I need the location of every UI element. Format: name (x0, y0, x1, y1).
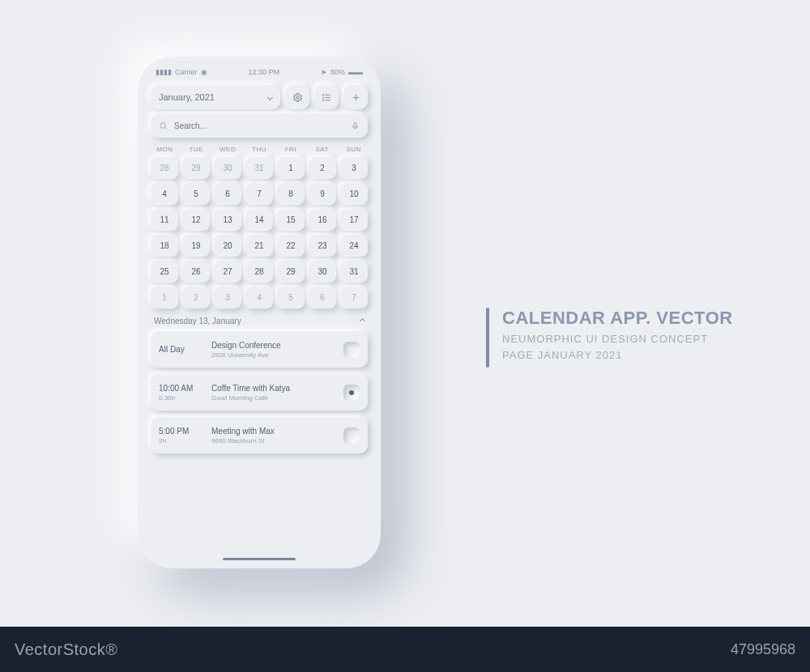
weekday-label: FRI (276, 146, 305, 153)
caption-title: CALENDAR APP. VECTOR (502, 308, 733, 329)
calendar-day[interactable]: 15 (277, 209, 305, 231)
calendar-day[interactable]: 18 (151, 235, 178, 257)
calendar-day[interactable]: 28 (151, 157, 178, 179)
event-card[interactable]: 10:00 AM0.30hCoffe Time with KatyaGood M… (151, 374, 368, 410)
calendar-day[interactable]: 12 (182, 209, 210, 231)
calendar-day[interactable]: 31 (245, 157, 273, 179)
search-field[interactable] (151, 113, 368, 138)
wifi-icon: ◉ (201, 68, 207, 76)
calendar-day[interactable]: 23 (309, 235, 336, 257)
weekday-label: TUE (182, 146, 211, 153)
weekday-label: SUN (339, 146, 368, 153)
chevron-down-icon (267, 94, 273, 100)
calendar-day[interactable]: 4 (151, 183, 178, 205)
footer-strip: VectorStock® 47995968 (0, 627, 810, 672)
calendar-day[interactable]: 29 (182, 157, 210, 179)
calendar-day[interactable]: 19 (182, 235, 210, 257)
event-title: Coffe Time with Katya (211, 384, 335, 393)
calendar-day[interactable]: 1 (277, 157, 305, 179)
calendar-day[interactable]: 1 (151, 287, 178, 308)
calendar-day[interactable]: 24 (340, 235, 368, 257)
calendar-day[interactable]: 10 (340, 183, 368, 205)
dot-icon (349, 390, 354, 395)
event-card[interactable]: All DayDesign Conference2828 University … (151, 331, 368, 368)
calendar-day[interactable]: 16 (309, 209, 336, 231)
month-select[interactable]: January, 2021 (151, 85, 280, 109)
calendar-day[interactable]: 21 (245, 235, 273, 257)
event-toggle[interactable] (343, 342, 360, 358)
event-time: 5:00 PM2h (159, 427, 203, 444)
calendar-day[interactable]: 28 (245, 261, 273, 283)
add-button[interactable] (343, 85, 368, 109)
location-icon: ➤ (321, 68, 327, 76)
event-duration: 2h (159, 437, 203, 444)
signal-icon: ▮▮▮▮ (156, 68, 172, 76)
calendar-day[interactable]: 7 (245, 183, 273, 205)
svg-rect-11 (354, 122, 356, 127)
weekday-label: SAT (308, 146, 336, 153)
event-toggle[interactable] (343, 427, 360, 444)
battery-icon: ▬▬ (348, 68, 363, 76)
watermark-label: VectorStock® (15, 640, 117, 659)
calendar-day[interactable]: 5 (277, 287, 305, 308)
mic-icon[interactable] (351, 121, 360, 130)
weekday-row: MONTUEWEDTHUFRISATSUN (151, 146, 368, 153)
settings-button[interactable] (285, 85, 309, 109)
svg-point-4 (322, 94, 323, 95)
status-bar: ▮▮▮▮ Carrier ◉ 12:30 PM ➤ 80% ▬▬ (151, 68, 368, 81)
event-body: Design Conference2828 University Ave (211, 341, 335, 359)
calendar-day[interactable]: 9 (309, 183, 336, 205)
search-input[interactable] (174, 121, 344, 130)
event-title: Design Conference (211, 341, 335, 350)
calendar-day[interactable]: 17 (340, 209, 368, 231)
event-title: Meeting with Max (211, 427, 335, 436)
search-icon (159, 121, 168, 130)
calendar-day[interactable]: 7 (340, 287, 368, 308)
calendar-day[interactable]: 11 (151, 209, 178, 231)
calendar-day[interactable]: 4 (245, 287, 273, 308)
calendar-day[interactable]: 30 (214, 157, 241, 179)
plus-icon (351, 92, 361, 103)
event-duration: 0.30h (159, 394, 203, 402)
calendar-day[interactable]: 5 (182, 183, 210, 205)
event-toggle[interactable] (343, 385, 360, 401)
battery-label: 80% (330, 68, 345, 76)
calendar-day[interactable]: 31 (340, 261, 368, 283)
calendar-day[interactable]: 20 (214, 235, 241, 257)
calendar-day[interactable]: 8 (277, 183, 305, 205)
carrier-label: Carrier (175, 68, 198, 76)
event-card[interactable]: 5:00 PM2hMeeting with Max9680 Blackburn … (151, 417, 368, 453)
calendar-day[interactable]: 25 (151, 261, 178, 283)
phone-mockup: ▮▮▮▮ Carrier ◉ 12:30 PM ➤ 80% ▬▬ January… (138, 57, 381, 568)
event-body: Meeting with Max9680 Blackburn St (211, 427, 335, 444)
month-select-label: January, 2021 (159, 92, 215, 102)
calendar-day[interactable]: 27 (214, 261, 241, 283)
calendar-day[interactable]: 14 (245, 209, 273, 231)
event-time: 10:00 AM0.30h (159, 384, 203, 402)
calendar-day[interactable]: 13 (214, 209, 241, 231)
svg-line-10 (164, 127, 166, 129)
list-view-button[interactable] (314, 85, 339, 109)
caption-bar (486, 308, 489, 368)
calendar-day[interactable]: 22 (277, 235, 305, 257)
caption-line1: NEUMORPHIC UI DESIGN CONCEPT (502, 333, 733, 345)
calendar-day[interactable]: 26 (182, 261, 210, 283)
calendar-day[interactable]: 2 (182, 287, 210, 308)
calendar-day[interactable]: 29 (277, 261, 305, 283)
calendar-day[interactable]: 30 (309, 261, 336, 283)
calendar-day[interactable]: 2 (309, 157, 336, 179)
clock-label: 12:30 PM (248, 68, 279, 76)
event-location: 9680 Blackburn St (211, 437, 335, 444)
calendar-day[interactable]: 6 (309, 287, 336, 308)
calendar-day[interactable]: 3 (214, 287, 241, 308)
home-indicator[interactable] (223, 558, 296, 560)
weekday-label: WED (214, 146, 242, 153)
svg-point-9 (160, 122, 165, 127)
event-body: Coffe Time with KatyaGood Morning Cafe (211, 384, 335, 402)
list-icon (322, 92, 332, 103)
selected-day-header[interactable]: Wednesday 13, January (151, 317, 368, 325)
calendar-day[interactable]: 6 (214, 183, 241, 205)
event-time: All Day (159, 345, 203, 354)
weekday-label: MON (151, 146, 179, 153)
calendar-day[interactable]: 3 (340, 157, 368, 179)
